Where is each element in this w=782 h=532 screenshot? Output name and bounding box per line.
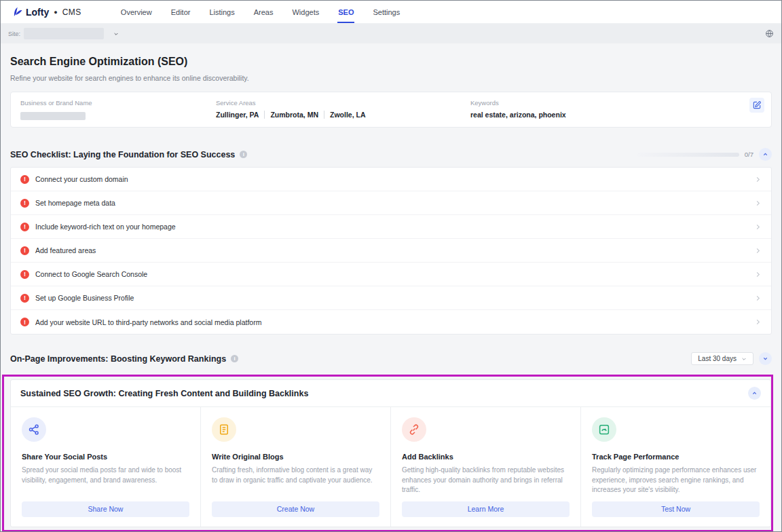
checklist-item-custom-domain[interactable]: ! Connect your custom domain	[11, 168, 771, 191]
page-title: Search Engine Optimization (SEO)	[10, 56, 772, 68]
redacted-business-name	[20, 112, 86, 120]
learn-more-button[interactable]: Learn More	[402, 501, 570, 517]
error-exclamation-icon: !	[20, 318, 29, 326]
chevron-down-icon	[113, 31, 119, 37]
collapse-growth-button[interactable]	[748, 387, 761, 400]
error-exclamation-icon: !	[20, 270, 29, 279]
service-area-value: Zumbrota, MN	[264, 111, 318, 119]
checklist-item-label: Add your website URL to third-party netw…	[35, 318, 261, 326]
share-network-icon	[22, 417, 46, 442]
growth-card-description: Crafting fresh, informative blog content…	[212, 466, 379, 495]
page-performance-icon	[592, 417, 616, 442]
chevron-down-icon	[741, 356, 747, 362]
chevron-right-icon	[754, 247, 762, 254]
checklist-item-label: Set up Google Business Profile	[35, 294, 134, 302]
info-icon[interactable]: i	[231, 355, 238, 362]
keywords-label: Keywords	[470, 99, 762, 107]
growth-header: Sustained SEO Growth: Creating Fresh Con…	[11, 380, 770, 407]
business-name-column: Business or Brand Name	[20, 99, 216, 120]
growth-card-description: Regularly optimizing page performance en…	[592, 466, 760, 495]
onpage-header: On-Page Improvements: Boosting Keyword R…	[10, 352, 772, 365]
site-bar: Site:	[1, 24, 781, 43]
growth-card-description: Getting high-quality backlinks from repu…	[402, 466, 570, 495]
growth-section: Sustained SEO Growth: Creating Fresh Con…	[10, 379, 771, 527]
nav-item-areas[interactable]: Areas	[244, 1, 283, 23]
checklist-item-label: Include keyword-rich text on your homepa…	[35, 223, 176, 231]
backlink-icon	[402, 417, 426, 442]
growth-card-title: Share Your Social Posts	[22, 453, 189, 461]
share-now-button[interactable]: Share Now	[22, 501, 189, 517]
checklist-item-keyword-rich-text[interactable]: ! Include keyword-rich text on your home…	[11, 215, 771, 239]
checklist-item-homepage-meta[interactable]: ! Set homepage meta data	[11, 191, 771, 215]
create-now-button[interactable]: Create Now	[212, 501, 379, 517]
chevron-up-icon	[762, 151, 768, 157]
checklist-header: SEO Checklist: Laying the Foundation for…	[10, 148, 772, 161]
onpage-title: On-Page Improvements: Boosting Keyword R…	[10, 354, 226, 364]
nav-item-listings[interactable]: Listings	[200, 1, 244, 23]
nav-item-editor[interactable]: Editor	[162, 1, 200, 23]
site-selector[interactable]	[24, 28, 119, 39]
error-exclamation-icon: !	[20, 199, 29, 208]
growth-header-right	[748, 387, 761, 400]
main-content: Search Engine Optimization (SEO) Refine …	[1, 43, 781, 531]
growth-card-description: Spread your social media posts far and w…	[22, 466, 189, 495]
growth-card-original-blogs: Write Original Blogs Crafting fresh, inf…	[201, 407, 391, 527]
pencil-icon	[752, 100, 762, 110]
onpage-header-right: Last 30 days	[691, 352, 772, 365]
checklist-item-business-profile[interactable]: ! Set up Google Business Profile	[11, 286, 771, 310]
nav-item-overview[interactable]: Overview	[111, 1, 162, 23]
chevron-right-icon	[754, 271, 762, 278]
test-now-button[interactable]: Test Now	[592, 501, 760, 517]
main-nav: Overview Editor Listings Areas Widgets S…	[111, 1, 409, 23]
nav-item-settings[interactable]: Settings	[363, 1, 409, 23]
brand-product: CMS	[62, 7, 81, 17]
date-range-select[interactable]: Last 30 days	[691, 352, 753, 365]
globe-icon[interactable]	[765, 29, 774, 38]
brand-name: Lofty	[26, 7, 49, 18]
expand-onpage-button[interactable]	[759, 352, 772, 365]
growth-card-page-performance: Track Page Performance Regularly optimiz…	[581, 407, 770, 527]
checklist-title: SEO Checklist: Laying the Foundation for…	[10, 150, 235, 159]
redacted-site-name	[24, 28, 104, 39]
collapse-checklist-button[interactable]	[759, 148, 772, 161]
chevron-up-icon	[751, 390, 758, 396]
chevron-right-icon	[754, 223, 762, 231]
checklist-item-label: Connect your custom domain	[35, 175, 128, 183]
checklist-item-featured-areas[interactable]: ! Add featured areas	[11, 239, 771, 263]
keywords-value: real estate, arizona, phoenix	[470, 111, 762, 119]
checklist-item-search-console[interactable]: ! Connect to Google Search Console	[11, 263, 771, 286]
chevron-right-icon	[754, 294, 762, 302]
service-area-values: Zullinger, PA Zumbrota, MN Zwolle, LA	[216, 111, 470, 119]
annotation-highlight-box: Sustained SEO Growth: Creating Fresh Con…	[2, 375, 773, 531]
checklist-progress-count: 0/7	[745, 151, 753, 158]
edit-button[interactable]	[749, 98, 764, 113]
growth-grid: Share Your Social Posts Spread your soci…	[11, 407, 770, 527]
checklist-item-label: Add featured areas	[35, 246, 96, 254]
business-name-label: Business or Brand Name	[20, 99, 216, 107]
brand-separator-dot: ●	[54, 9, 57, 16]
checklist-header-right: 0/7	[637, 148, 772, 161]
growth-card-title: Track Page Performance	[592, 453, 760, 461]
checklist-item-third-party-networks[interactable]: ! Add your website URL to third-party ne…	[11, 310, 771, 334]
date-range-value: Last 30 days	[698, 355, 737, 362]
growth-card-backlinks: Add Backlinks Getting high-quality backl…	[391, 407, 581, 527]
error-exclamation-icon: !	[20, 294, 29, 303]
keywords-column: Keywords real estate, arizona, phoenix	[470, 99, 762, 120]
chevron-right-icon	[754, 318, 762, 326]
checklist-progress-bar	[637, 153, 739, 157]
checklist-item-label: Set homepage meta data	[35, 199, 115, 207]
brand: Lofty ● CMS	[12, 6, 81, 18]
info-icon[interactable]: i	[240, 151, 247, 158]
growth-card-title: Write Original Blogs	[212, 453, 379, 461]
growth-title: Sustained SEO Growth: Creating Fresh Con…	[20, 389, 308, 398]
growth-card-title: Add Backlinks	[402, 453, 570, 461]
top-navigation: Lofty ● CMS Overview Editor Listings Are…	[1, 1, 781, 24]
error-exclamation-icon: !	[20, 175, 29, 184]
error-exclamation-icon: !	[20, 223, 29, 231]
checklist-item-label: Connect to Google Search Console	[35, 270, 147, 278]
nav-item-seo[interactable]: SEO	[329, 1, 363, 23]
growth-card-social-posts: Share Your Social Posts Spread your soci…	[11, 407, 201, 527]
nav-item-widgets[interactable]: Widgets	[282, 1, 329, 23]
checklist-card: ! Connect your custom domain ! Set homep…	[10, 167, 772, 335]
error-exclamation-icon: !	[20, 246, 29, 255]
